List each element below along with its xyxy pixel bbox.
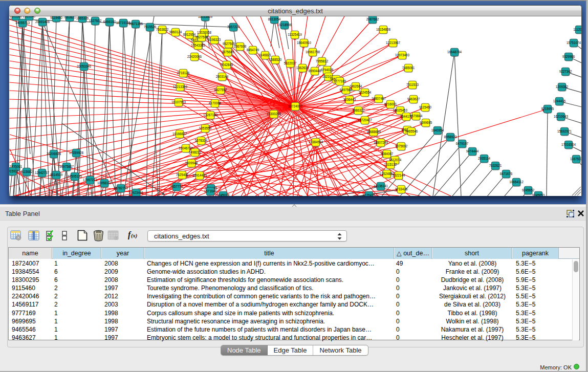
svg-text:16782759: 16782759 <box>113 186 128 190</box>
svg-text:9474444: 9474444 <box>466 149 478 153</box>
svg-text:1112045: 1112045 <box>573 28 581 31</box>
svg-text:18640910: 18640910 <box>296 41 311 45</box>
svg-text:11325419: 11325419 <box>288 33 302 36</box>
svg-text:18300295: 18300295 <box>266 112 281 116</box>
svg-text:1615132: 1615132 <box>384 163 397 166</box>
svg-text:8990448: 8990448 <box>308 69 321 73</box>
svg-text:10975867: 10975867 <box>59 165 74 168</box>
svg-text:16210643: 16210643 <box>553 115 568 118</box>
svg-text:5678334: 5678334 <box>194 139 207 142</box>
svg-text:10958107: 10958107 <box>97 181 112 185</box>
svg-text:6216001: 6216001 <box>384 102 397 106</box>
svg-text:8126425: 8126425 <box>362 193 375 196</box>
svg-text:1527602: 1527602 <box>89 19 101 23</box>
svg-text:1244415: 1244415 <box>553 99 565 103</box>
svg-text:9857771: 9857771 <box>170 185 183 188</box>
svg-text:6794028: 6794028 <box>320 68 333 72</box>
svg-text:9860124: 9860124 <box>169 30 182 34</box>
svg-text:19384554: 19384554 <box>308 140 323 144</box>
svg-text:9777169: 9777169 <box>333 79 346 83</box>
svg-text:7462664: 7462664 <box>349 84 362 88</box>
svg-text:10807467: 10807467 <box>371 97 386 100</box>
svg-text:9227342: 9227342 <box>559 70 572 73</box>
svg-text:17016504: 17016504 <box>561 143 576 146</box>
svg-text:14136141: 14136141 <box>373 184 388 188</box>
svg-text:9463627: 9463627 <box>407 97 420 101</box>
svg-text:7632621: 7632621 <box>489 164 502 167</box>
svg-text:1514519: 1514519 <box>50 173 62 177</box>
svg-text:5322037: 5322037 <box>284 61 296 65</box>
svg-text:1167533: 1167533 <box>570 157 581 161</box>
svg-text:7663821: 7663821 <box>63 16 76 19</box>
svg-text:15692971: 15692971 <box>557 129 572 133</box>
svg-text:3915911: 3915911 <box>9 169 18 173</box>
svg-text:12942737: 12942737 <box>34 171 49 174</box>
svg-text:16154808: 16154808 <box>376 28 390 31</box>
svg-text:2718126: 2718126 <box>177 71 189 75</box>
svg-text:16107553: 16107553 <box>171 100 186 104</box>
svg-text:1209382: 1209382 <box>555 85 568 89</box>
svg-text:1065326: 1065326 <box>76 16 89 20</box>
svg-text:9146821: 9146821 <box>258 53 271 57</box>
svg-text:12505135: 12505135 <box>67 174 82 178</box>
svg-text:7485061: 7485061 <box>402 66 415 70</box>
svg-text:8454749: 8454749 <box>246 48 259 52</box>
svg-text:22420046: 22420046 <box>187 55 202 58</box>
svg-text:10654112: 10654112 <box>509 180 524 184</box>
svg-text:9465546: 9465546 <box>405 129 418 133</box>
svg-text:19218596: 19218596 <box>277 23 292 27</box>
svg-text:6479197: 6479197 <box>455 142 468 145</box>
svg-text:1498222: 1498222 <box>188 150 201 154</box>
svg-text:16648784: 16648784 <box>447 50 462 54</box>
svg-text:2935114: 2935114 <box>477 157 490 160</box>
svg-text:8471676: 8471676 <box>499 172 512 176</box>
svg-text:7357224: 7357224 <box>227 25 239 29</box>
svg-text:9245652: 9245652 <box>521 188 534 192</box>
svg-text:7955812: 7955812 <box>315 59 328 63</box>
svg-text:8813054: 8813054 <box>268 17 280 21</box>
svg-text:6466160: 6466160 <box>103 20 116 24</box>
svg-text:9245653: 9245653 <box>532 193 545 196</box>
svg-text:18724007: 18724007 <box>288 104 302 108</box>
svg-text:13267130: 13267130 <box>203 113 217 117</box>
svg-text:12213369: 12213369 <box>172 85 187 89</box>
svg-text:9115460: 9115460 <box>419 105 431 109</box>
svg-text:1609948: 1609948 <box>185 161 198 165</box>
svg-text:2803144: 2803144 <box>215 75 228 78</box>
svg-text:20053346: 20053346 <box>76 64 91 68</box>
svg-text:10973493: 10973493 <box>395 53 409 57</box>
svg-text:9579844: 9579844 <box>409 114 422 118</box>
svg-text:9245013: 9245013 <box>216 193 229 196</box>
svg-text:1571644: 1571644 <box>204 189 216 193</box>
svg-text:6497568: 6497568 <box>339 88 352 92</box>
svg-text:16033809: 16033809 <box>198 16 212 18</box>
svg-text:20691406: 20691406 <box>35 20 50 24</box>
svg-text:9329966: 9329966 <box>562 55 575 58</box>
svg-text:18807249: 18807249 <box>373 141 388 144</box>
svg-text:3624554: 3624554 <box>358 91 371 94</box>
svg-text:1588520: 1588520 <box>269 58 281 61</box>
svg-text:7515526: 7515526 <box>143 25 156 29</box>
svg-text:8912954: 8912954 <box>183 33 195 36</box>
svg-text:7511513: 7511513 <box>406 83 419 86</box>
svg-text:8215955: 8215955 <box>541 107 554 111</box>
svg-text:20206536: 20206536 <box>46 152 61 156</box>
svg-text:1115682: 1115682 <box>20 170 33 173</box>
svg-text:16671355: 16671355 <box>128 22 143 26</box>
svg-text:9242848: 9242848 <box>220 63 233 67</box>
svg-text:1075692: 1075692 <box>395 144 407 148</box>
svg-text:(x): (x) <box>131 233 137 239</box>
svg-text:8196323: 8196323 <box>208 38 221 41</box>
svg-text:12213967: 12213967 <box>385 41 400 45</box>
svg-text:9119460: 9119460 <box>50 16 62 19</box>
svg-text:16961758: 16961758 <box>305 50 320 54</box>
svg-text:12923446: 12923446 <box>128 191 143 194</box>
svg-text:7625402: 7625402 <box>176 173 188 177</box>
svg-text:15751074: 15751074 <box>566 41 581 45</box>
svg-text:9699695: 9699695 <box>419 121 432 124</box>
svg-text:1603380: 1603380 <box>9 16 22 18</box>
svg-text:1362615: 1362615 <box>296 66 309 70</box>
svg-text:3875685: 3875685 <box>221 50 234 54</box>
svg-text:14055713: 14055713 <box>15 21 30 25</box>
svg-text:2069140: 2069140 <box>23 16 35 18</box>
